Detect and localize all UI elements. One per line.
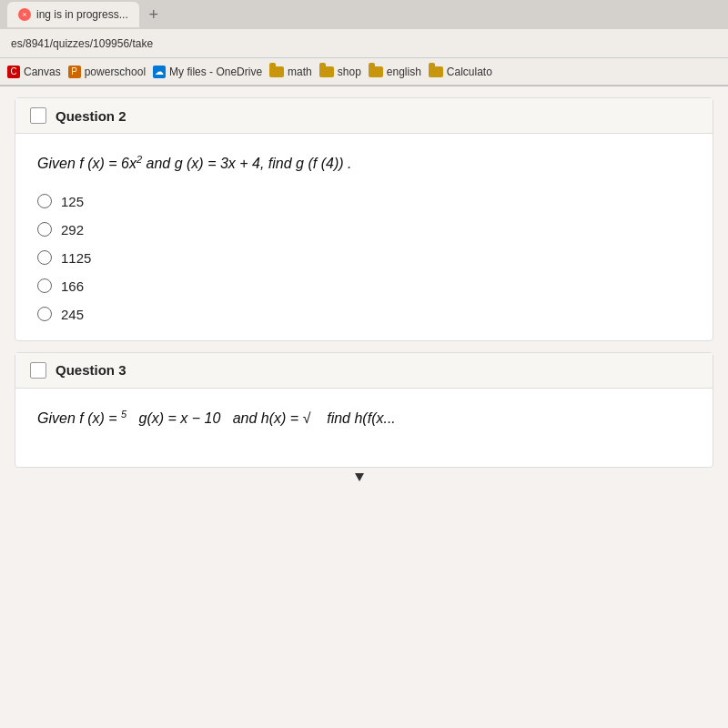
radio-1125[interactable] (37, 250, 52, 265)
bookmark-english-label: english (387, 66, 421, 78)
question-2-checkbox[interactable] (30, 107, 46, 124)
question-3-checkbox[interactable] (30, 362, 46, 379)
option-166[interactable]: 166 (37, 278, 691, 294)
option-125-label: 125 (61, 194, 84, 209)
bookmark-powerschool-label: powerschool (85, 66, 146, 78)
answer-options: 125 292 1125 166 245 (37, 194, 691, 322)
bookmark-calculator-label: Calculato (447, 66, 492, 78)
question-3-header: Question 3 (15, 353, 713, 389)
question-2-title: Question 2 (56, 108, 126, 124)
question-3-card: Question 3 Given f (x) = 5 g(x) = x − 10… (15, 352, 713, 468)
question-3-title: Question 3 (56, 362, 126, 378)
canvas-icon: C (7, 66, 20, 78)
address-bar[interactable]: es/8941/quizzes/109956/take (0, 29, 728, 58)
english-folder-icon (369, 66, 383, 77)
question-3-text: Given f (x) = 5 g(x) = x − 10 and h(x) =… (37, 407, 691, 430)
option-166-label: 166 (61, 278, 84, 294)
onedrive-icon: ☁ (153, 66, 166, 78)
question-3-body: Given f (x) = 5 g(x) = x − 10 and h(x) =… (15, 389, 713, 467)
tab-close-button[interactable]: × (18, 8, 31, 21)
option-292-label: 292 (61, 222, 84, 238)
question-2-card: Question 2 Given f (x) = 6x2 and g (x) =… (15, 97, 713, 341)
url-text: es/8941/quizzes/109956/take (11, 37, 153, 50)
option-245[interactable]: 245 (37, 307, 691, 322)
option-292[interactable]: 292 (37, 222, 691, 238)
option-125[interactable]: 125 (37, 194, 691, 209)
bookmark-math-label: math (288, 66, 312, 78)
radio-292[interactable] (37, 222, 52, 237)
powerschool-icon: P (68, 66, 81, 78)
option-1125-label: 1125 (61, 250, 91, 266)
bookmark-canvas[interactable]: C Canvas (7, 66, 61, 78)
bookmark-shop[interactable]: shop (319, 66, 361, 78)
tab-bar: × ing is in progress... + (0, 0, 728, 29)
mouse-cursor (355, 473, 364, 486)
bookmark-english[interactable]: english (369, 66, 421, 78)
radio-245[interactable] (37, 307, 52, 321)
active-tab[interactable]: × ing is in progress... (7, 2, 139, 27)
option-1125[interactable]: 1125 (37, 250, 691, 266)
question-2-header: Question 2 (15, 98, 713, 134)
math-folder-icon (269, 66, 284, 77)
calculator-folder-icon (429, 66, 443, 77)
new-tab-button[interactable]: + (143, 4, 165, 25)
shop-folder-icon (319, 66, 334, 77)
browser-chrome: × ing is in progress... + es/8941/quizze… (0, 0, 728, 86)
bookmark-math[interactable]: math (269, 66, 312, 78)
bookmark-onedrive-label: My files - OneDrive (169, 66, 262, 78)
bookmark-shop-label: shop (338, 66, 361, 78)
page-content: Question 2 Given f (x) = 6x2 and g (x) =… (0, 86, 728, 728)
bookmark-powerschool[interactable]: P powerschool (68, 66, 146, 78)
question-2-text: Given f (x) = 6x2 and g (x) = 3x + 4, fi… (37, 152, 691, 176)
radio-125[interactable] (37, 194, 52, 208)
bookmark-calculator[interactable]: Calculato (429, 66, 492, 78)
bookmark-canvas-label: Canvas (24, 66, 61, 78)
bookmark-onedrive[interactable]: ☁ My files - OneDrive (153, 66, 262, 78)
bookmarks-bar: C Canvas P powerschool ☁ My files - OneD… (0, 58, 728, 86)
question-2-body: Given f (x) = 6x2 and g (x) = 3x + 4, fi… (15, 134, 713, 340)
option-245-label: 245 (61, 307, 84, 322)
tab-label: ing is in progress... (36, 8, 128, 21)
radio-166[interactable] (37, 278, 52, 293)
